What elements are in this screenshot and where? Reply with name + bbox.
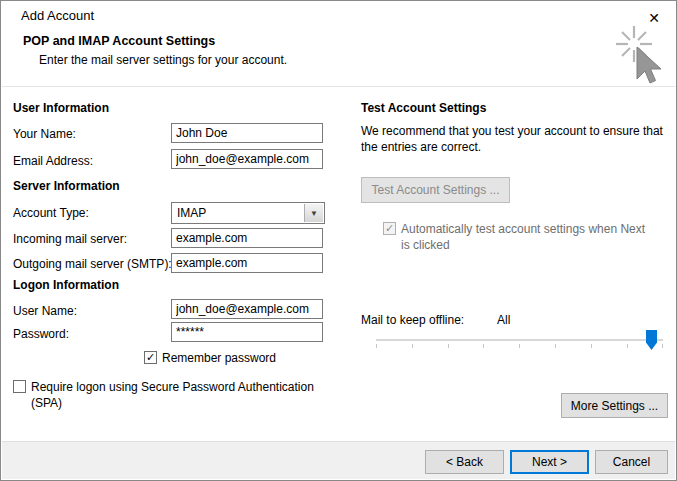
outgoing-server-label: Outgoing mail server (SMTP): xyxy=(13,257,172,271)
incoming-server-field[interactable] xyxy=(171,228,323,248)
busy-cursor-icon xyxy=(603,25,673,90)
account-type-value: IMAP xyxy=(177,206,206,220)
account-type-dropdown[interactable]: IMAP ▼ xyxy=(171,202,325,224)
back-button-label: < Back xyxy=(446,455,483,469)
close-icon: ✕ xyxy=(648,10,660,26)
auto-test-label: Automatically test account settings when… xyxy=(401,221,653,253)
page-subtitle: Enter the mail server settings for your … xyxy=(39,53,287,67)
email-address-field[interactable] xyxy=(171,149,323,169)
user-name-label: User Name: xyxy=(13,304,77,318)
spa-label: Require logon using Secure Password Auth… xyxy=(31,379,331,411)
your-name-label: Your Name: xyxy=(13,127,76,141)
mail-offline-value: All xyxy=(497,313,510,327)
password-label: Password: xyxy=(13,327,69,341)
section-server-information: Server Information xyxy=(13,179,120,193)
cancel-button-label: Cancel xyxy=(613,455,650,469)
password-field[interactable] xyxy=(171,322,323,342)
mail-offline-label: Mail to keep offline: xyxy=(361,313,464,327)
auto-test-checkbox[interactable] xyxy=(383,222,396,235)
section-logon-information: Logon Information xyxy=(13,278,119,292)
test-settings-description: We recommend that you test your account … xyxy=(361,123,664,155)
more-settings-button[interactable]: More Settings ... xyxy=(561,393,668,418)
your-name-field[interactable] xyxy=(171,123,323,143)
user-name-field[interactable] xyxy=(171,299,323,319)
section-test-account-settings: Test Account Settings xyxy=(361,101,486,115)
chevron-down-icon[interactable]: ▼ xyxy=(304,204,323,222)
back-button[interactable]: < Back xyxy=(425,450,504,474)
account-type-label: Account Type: xyxy=(13,206,89,220)
mail-offline-slider-track[interactable] xyxy=(376,339,663,341)
test-account-settings-button[interactable]: Test Account Settings ... xyxy=(361,177,510,203)
mail-offline-slider-ticks xyxy=(376,344,664,348)
section-user-information: User Information xyxy=(13,101,109,115)
spa-checkbox[interactable] xyxy=(13,380,26,393)
email-address-label: Email Address: xyxy=(13,154,93,168)
add-account-dialog: Add Account ✕ POP and IMAP Account Setti… xyxy=(0,0,677,481)
page-title: POP and IMAP Account Settings xyxy=(23,34,215,48)
remember-password-label: Remember password xyxy=(162,351,276,365)
more-settings-button-label: More Settings ... xyxy=(571,399,658,413)
outgoing-server-field[interactable] xyxy=(171,253,323,273)
next-button[interactable]: Next > xyxy=(510,450,589,474)
header-divider xyxy=(2,86,675,87)
next-button-label: Next > xyxy=(532,455,567,469)
remember-password-checkbox[interactable] xyxy=(144,351,157,364)
cancel-button[interactable]: Cancel xyxy=(595,450,668,474)
incoming-server-label: Incoming mail server: xyxy=(13,232,127,246)
test-account-settings-button-label: Test Account Settings ... xyxy=(371,183,499,197)
window-title: Add Account xyxy=(21,8,94,23)
